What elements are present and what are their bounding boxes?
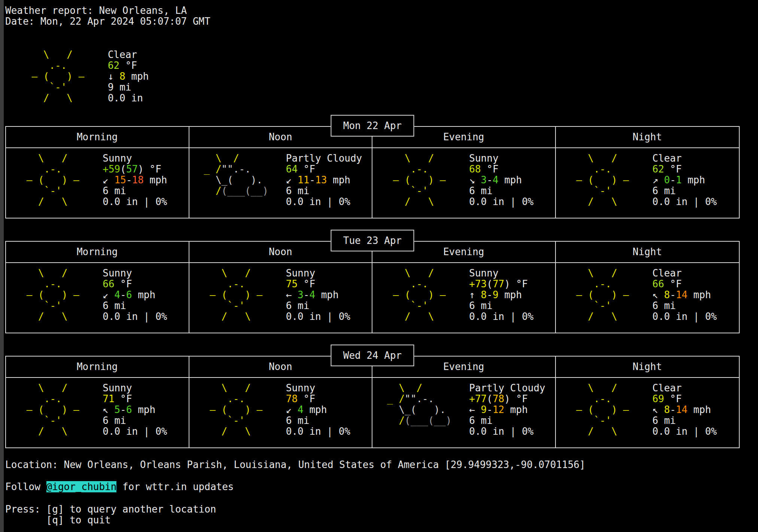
text-segment: / \	[15, 196, 91, 207]
text-segment: mph	[499, 289, 522, 300]
date-label: Wed 24 Apr	[343, 350, 402, 361]
text-segment: mph	[504, 404, 528, 415]
text-segment: Clear	[652, 267, 682, 279]
text-segment: 1	[676, 174, 682, 186]
text-segment: ↑	[469, 289, 481, 300]
text-segment: 6	[126, 404, 132, 415]
sun-art-icon: \ / .-. ― ( ) ― `-' / \	[381, 268, 469, 322]
text-segment: 0.0 in | 0%	[103, 196, 167, 207]
text-segment: .-.	[198, 278, 274, 290]
text-segment: / \	[15, 426, 91, 437]
text-segment: ― ( ) ―	[20, 71, 96, 82]
period-header-morning: Morning	[6, 242, 189, 262]
text-segment: Sunny	[103, 267, 132, 279]
weather-details: Clear 69 °F ↖ 8-14 mph 6 mi 0.0 in | 0%	[652, 383, 717, 437]
text-segment: 6 mi	[469, 300, 493, 311]
text-segment: +73	[469, 278, 487, 290]
location-line: Location: New Orleans, Orleans Parish, L…	[5, 459, 753, 470]
text-segment: mph	[304, 404, 327, 415]
text-segment	[198, 196, 274, 207]
text-segment: 6 mi	[286, 300, 310, 311]
text-segment: mph	[327, 174, 350, 186]
weather-details: Clear 66 °F ↖ 8-14 mph 6 mi 0.0 in | 0%	[652, 268, 717, 322]
text-segment: ― ( ) ―	[15, 404, 91, 415]
text-segment: 68	[469, 163, 481, 175]
text-segment: Sunny	[469, 267, 498, 279]
forecast-cell-evening: \ / _ /"".-. \_( ). /(___(__) Partly Clo…	[372, 378, 556, 447]
text-segment: `-'	[381, 300, 457, 311]
text-segment: 11	[298, 174, 309, 186]
sun-art-icon: \ / .-. ― ( ) ― `-' / \	[15, 268, 103, 322]
forecast-cell-evening: \ / .-. ― ( ) ― `-' / \ Sunny +73(77) °F…	[372, 263, 556, 333]
text-segment: ↙	[103, 289, 114, 300]
text-segment: 6 mi	[286, 415, 310, 426]
text-segment: \ /	[564, 382, 641, 394]
date-label: Tue 23 Apr	[343, 235, 402, 246]
text-segment: .-.	[564, 393, 641, 404]
forecast-cell-night: \ / .-. ― ( ) ― `-' / \ Clear 69 °F ↖ 8-…	[556, 378, 739, 447]
follow-line: Follow @igor_chubin for wttr.in updates	[5, 481, 753, 492]
text-segment: ↘	[469, 174, 481, 186]
forecast-days: Mon 22 AprMorningNoonEveningNight \ / .-…	[5, 126, 753, 448]
text-segment: 0.0 in | 0%	[469, 196, 533, 207]
text-segment: `-'	[15, 300, 91, 311]
text-segment: ― ( ) ―	[564, 174, 641, 186]
text-segment: \ /	[15, 267, 91, 279]
text-segment: 64	[286, 163, 298, 175]
text-segment: 9	[493, 289, 499, 300]
text-segment: mph	[144, 174, 167, 186]
terminal-screen[interactable]: Weather report: New Orleans, LA Date: Mo…	[5, 5, 753, 526]
text-segment: 6 mi	[103, 185, 126, 196]
text-segment: _ /	[198, 163, 222, 175]
text-segment: 8	[119, 71, 125, 82]
text-segment: °F	[664, 278, 682, 290]
weather-details: Sunny 71 °F ↖ 5-6 mph 6 mi 0.0 in | 0%	[103, 383, 167, 437]
period-header-morning: Morning	[6, 357, 189, 377]
text-segment: 78	[493, 393, 504, 404]
report-date: Date: Mon, 22 Apr 2024 05:07:07 GMT	[5, 16, 753, 27]
text-segment: ― ( ) ―	[198, 289, 274, 300]
text-segment: 12	[493, 404, 504, 415]
text-segment: -	[487, 289, 493, 300]
text-segment: Sunny	[469, 153, 498, 164]
text-segment: Clear	[652, 153, 682, 164]
text-segment: (	[487, 278, 493, 290]
text-segment: .-.	[20, 60, 96, 71]
weather-details: Partly Cloudy 64 °F ↙ 11-13 mph 6 mi 0.0…	[286, 153, 362, 207]
forecast-table: MorningNoonEveningNight \ / .-. ― ( ) ― …	[5, 126, 740, 218]
forecast-day: Mon 22 AprMorningNoonEveningNight \ / .-…	[5, 126, 740, 218]
text-segment: 6 mi	[469, 415, 493, 426]
text-segment: mph	[682, 174, 705, 186]
text-segment: 8	[664, 404, 670, 415]
text-segment: 14	[676, 289, 687, 300]
text-segment: ↓	[108, 71, 119, 82]
text-segment: 66	[103, 278, 114, 290]
text-segment: `-'	[198, 300, 274, 311]
date-tab: Tue 23 Apr	[331, 230, 414, 251]
forecast-cell-morning: \ / .-. ― ( ) ― `-' / \ Sunny 66 °F ↙ 4-…	[6, 263, 189, 333]
text-segment: \ /	[198, 267, 274, 279]
text-segment: `-'	[15, 415, 91, 426]
text-segment: 3	[298, 289, 304, 300]
text-segment: `-'	[198, 415, 274, 426]
text-segment: Sunny	[103, 382, 132, 394]
text-segment: 6 mi	[103, 415, 126, 426]
text-segment: 6	[126, 289, 132, 300]
text-segment: °F	[664, 163, 682, 175]
text-segment: 4	[115, 289, 121, 300]
forecast-cell-noon: \ / _ /"".-. \_( ). /(___(__) Partly Clo…	[189, 148, 373, 218]
text-segment: `-'	[381, 185, 457, 196]
forecast-cell-morning: \ / .-. ― ( ) ― `-' / \ Sunny 71 °F ↖ 5-…	[6, 378, 189, 447]
text-segment: Clear	[108, 49, 137, 60]
text-segment: \ /	[564, 153, 641, 164]
text-segment: mph	[499, 174, 522, 186]
text-segment: \ /	[198, 382, 274, 394]
sun-art-icon: \ / .-. ― ( ) ― `-' / \	[564, 268, 652, 322]
text-segment: 62	[108, 60, 119, 71]
follow-suffix: for wttr.in updates	[116, 481, 234, 492]
weather-details: Sunny 68 °F ↘ 3-4 mph 6 mi 0.0 in | 0%	[469, 153, 533, 207]
text-segment: mph	[315, 289, 339, 300]
twitter-handle[interactable]: @igor_chubin	[46, 481, 117, 492]
sun-art-icon: \ / .-. ― ( ) ― `-' / \	[15, 383, 103, 437]
weather-details: Clear 62 °F ↗ 0-1 mph 6 mi 0.0 in | 0%	[652, 153, 717, 207]
